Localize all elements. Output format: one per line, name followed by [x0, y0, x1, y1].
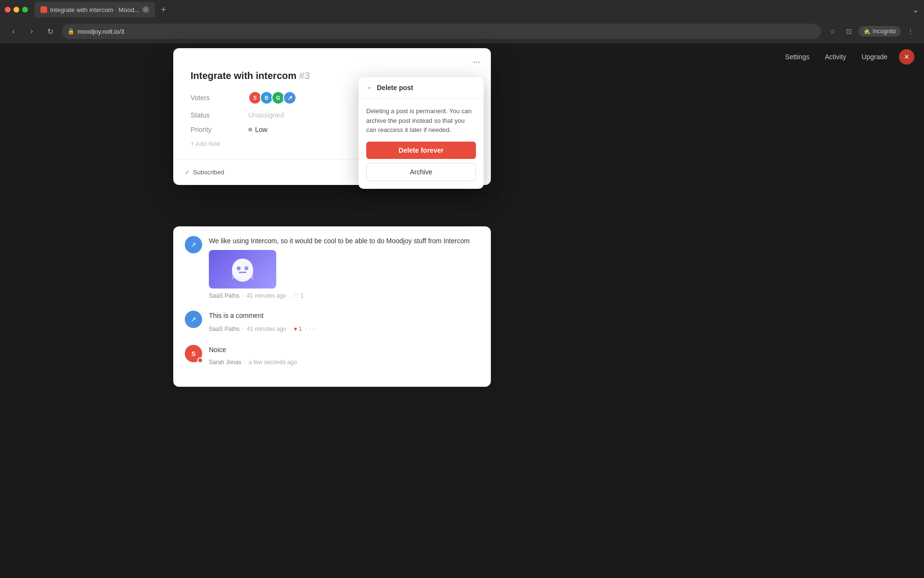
- upgrade-link[interactable]: Upgrade: [858, 50, 891, 64]
- comment-dot2-2: ·: [289, 326, 291, 332]
- incognito-icon: 🕵: [863, 28, 871, 35]
- post-id: #3: [299, 70, 310, 81]
- delete-popup-body: Deleting a post is permanent. You can ar…: [359, 99, 484, 189]
- commenter-avatar-1: ↗: [185, 236, 202, 253]
- voters-avatars: S B G ↗: [248, 91, 296, 105]
- comment-time-3: a few seconds ago: [249, 359, 297, 366]
- comment-dot-2: ·: [242, 326, 244, 332]
- browser-chrome: Integrate with intercom · Mood... × + ⌄ …: [0, 0, 924, 43]
- refresh-btn[interactable]: ↻: [43, 25, 57, 38]
- voters-label: Voters: [191, 94, 248, 102]
- lock-icon: 🔒: [67, 28, 75, 35]
- commenter-avatar-2: ↗: [185, 311, 202, 328]
- comment-dot-1: ·: [242, 292, 244, 299]
- comment-2: ↗ This is a comment SaaS Paths · 41 minu…: [185, 311, 479, 333]
- traffic-light-green[interactable]: [22, 7, 28, 13]
- more-options-icon[interactable]: ⋮: [904, 25, 917, 38]
- comment-dot3-2: ·: [305, 326, 306, 332]
- browser-actions: ☆ ⊡ 🕵 Incognito ⋮: [826, 25, 917, 38]
- traffic-light-yellow[interactable]: [13, 7, 19, 13]
- cast-icon[interactable]: ⊡: [842, 25, 856, 38]
- comment-dot2-1: ·: [289, 292, 291, 299]
- incognito-label: Incognito: [873, 28, 896, 35]
- more-options-btn[interactable]: ···: [470, 55, 483, 68]
- url-text: moodjoy.nolt.io/3: [77, 28, 124, 35]
- comment-like-1[interactable]: ♡ 1: [294, 292, 304, 299]
- activity-link[interactable]: Activity: [821, 50, 850, 64]
- voter-avatar-trend: ↗: [283, 91, 296, 105]
- comment-dot-3: ·: [244, 359, 245, 366]
- comment-body-1: We like using Intercom, so it would be c…: [209, 236, 479, 299]
- comment-body-2: This is a comment SaaS Paths · 41 minute…: [209, 311, 479, 333]
- comment-image-1: [209, 250, 276, 289]
- comment-more-btn-2[interactable]: ···: [309, 325, 319, 333]
- bookmark-icon[interactable]: ☆: [826, 25, 839, 38]
- url-bar[interactable]: 🔒 moodjoy.nolt.io/3: [62, 24, 821, 39]
- window-controls: ⌄: [912, 4, 919, 15]
- comment-time-1: 41 minutes ago: [247, 292, 286, 299]
- back-btn[interactable]: ‹: [7, 25, 20, 38]
- comment-meta-2: SaaS Paths · 41 minutes ago · ♥ 1 · ···: [209, 325, 479, 333]
- comment-meta-1: SaaS Paths · 41 minutes ago · ♡ 1: [209, 292, 479, 299]
- delete-popup: ← Delete post Deleting a post is permane…: [359, 77, 484, 189]
- delete-popup-description: Deleting a post is permanent. You can ar…: [366, 106, 476, 135]
- forward-btn[interactable]: ›: [25, 25, 38, 38]
- check-icon: ✓: [185, 169, 190, 176]
- traffic-light-red[interactable]: [5, 7, 11, 13]
- tab-favicon: [40, 6, 47, 13]
- commenter-avatar-3: S: [185, 345, 202, 362]
- subscribed-badge[interactable]: ✓ Subscribed: [185, 169, 224, 176]
- top-nav: Settings Activity Upgrade ×: [781, 43, 914, 70]
- comment-author-3: Sarah Jonas: [209, 359, 241, 366]
- delete-forever-btn[interactable]: Delete forever: [366, 142, 476, 159]
- settings-link[interactable]: Settings: [781, 50, 813, 64]
- comment-text-3: Noice: [209, 345, 479, 355]
- intercom-ghost-svg: [228, 255, 257, 284]
- delete-popup-title: Delete post: [377, 84, 413, 92]
- comments-section: ↗ We like using Intercom, so it would be…: [173, 226, 491, 387]
- comment-3: S Noice Sarah Jonas · a few seconds ago: [185, 345, 479, 366]
- priority-value: Low: [248, 126, 268, 133]
- comment-author-2: SaaS Paths: [209, 326, 239, 332]
- subscribed-label: Subscribed: [193, 169, 224, 176]
- incognito-badge: 🕵 Incognito: [859, 26, 901, 37]
- delete-popup-header: ← Delete post: [359, 77, 484, 99]
- tab-close-btn[interactable]: ×: [142, 6, 149, 13]
- comment-text-2: This is a comment: [209, 311, 479, 321]
- comment-meta-3: Sarah Jonas · a few seconds ago: [209, 359, 479, 366]
- back-arrow-btn[interactable]: ←: [366, 84, 373, 92]
- modal-header: ···: [173, 48, 491, 68]
- priority-dot-icon: [248, 128, 252, 131]
- comment-like-2[interactable]: ♥ 1: [294, 326, 302, 332]
- status-label: Status: [191, 111, 248, 119]
- active-tab[interactable]: Integrate with intercom · Mood... ×: [35, 2, 155, 17]
- archive-btn[interactable]: Archive: [366, 163, 476, 181]
- comment-1: ↗ We like using Intercom, so it would be…: [185, 236, 479, 299]
- address-bar: ‹ › ↻ 🔒 moodjoy.nolt.io/3 ☆ ⊡ 🕵 Incognit…: [0, 19, 924, 43]
- status-value: Unassigned: [248, 111, 284, 119]
- comment-author-1: SaaS Paths: [209, 292, 239, 299]
- priority-label: Priority: [191, 126, 248, 133]
- tab-bar: Integrate with intercom · Mood... × + ⌄: [0, 0, 924, 19]
- traffic-lights: [5, 7, 28, 13]
- comment-body-3: Noice Sarah Jonas · a few seconds ago: [209, 345, 479, 366]
- close-modal-btn[interactable]: ×: [899, 49, 914, 65]
- comment-time-2: 41 minutes ago: [247, 326, 286, 332]
- new-tab-btn[interactable]: +: [157, 3, 170, 16]
- comment-text-1: We like using Intercom, so it would be c…: [209, 236, 479, 246]
- tab-title: Integrate with intercom · Mood...: [50, 6, 140, 13]
